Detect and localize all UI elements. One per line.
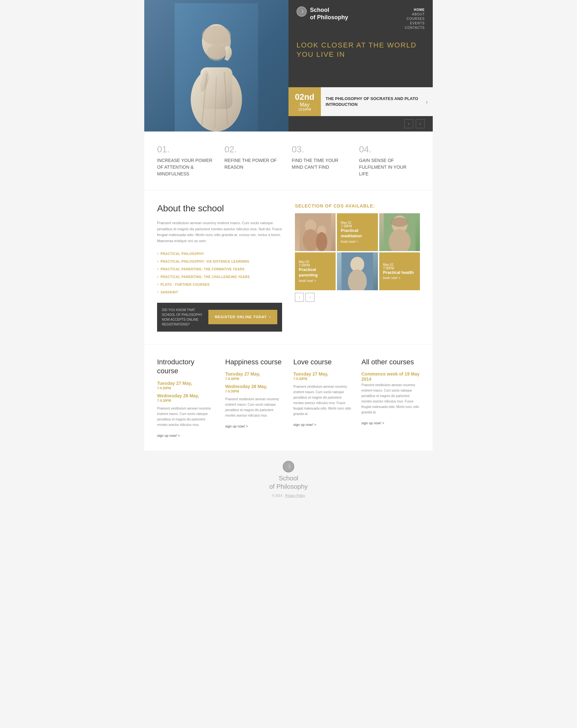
about-section: About the school Praesent vestibulum aen… [144,190,433,344]
cds-book-2[interactable]: book now! > [299,279,316,283]
footer: ☽ School of Philosophy © 2014 Privacy Po… [144,451,433,507]
nav-about[interactable]: ABOUT [412,12,425,16]
event-time: 19:54PM [295,108,314,111]
course-links-list: PRACTICAL PHILOSOPHY PRACTICAL PHILOSOPH… [157,251,282,295]
course-link-3[interactable]: PRACTICAL PARENTING: THE FORMATIVE YEARS [161,267,245,271]
nav-courses[interactable]: COURSES [407,17,425,21]
main-nav: HOME ABOUT COURSES EVENTS CONTACTS [405,8,425,29]
footer-logo: ☽ School of Philosophy © 2014 Privacy Po… [157,461,420,497]
course-link-4[interactable]: PRACTICAL PARENTING: THE CHALLENGING YEA… [161,275,250,279]
course-happy-time2: 7-9.30PM [225,390,284,393]
register-text: DID YOU KNOW THAT SCHOOL OF PHILOSOPHY N… [162,308,203,327]
course-link-5[interactable]: PLATO - FURTHER COURSES [161,283,210,286]
course-intro-time2: 7-9.30PM [157,399,216,402]
woman-photo [379,213,420,251]
event-arrow-icon: › [426,98,428,105]
logo: ☽ School of Philosophy [297,6,348,22]
course-happy-date2: Wednesday 28 May, [225,384,284,389]
event-title: THE PHILOSOPHY OF SOCRATES AND PLATO INT… [326,96,426,107]
prev-arrow-button[interactable]: ‹ [404,119,413,128]
course-card-introductory: Introductory course Tuesday 27 May, 7-9.… [157,358,216,438]
hero-slider-arrows: ‹ › [288,116,433,131]
course-other-date1: Commence week of 19 May 2014 [362,371,420,382]
cds-title: SELECTION OF CDS AVAILABLE: [295,203,420,208]
cds-time-3: 7:30PM [383,266,394,270]
svg-point-4 [202,26,231,45]
course-love-desc: Praesent vestibulum aenean noummy endren… [293,384,352,417]
hero-tagline: LOOK CLOSER AT THE WORLD YOU LIVE IN [288,34,433,84]
event-info[interactable]: THE PHILOSOPHY OF SOCRATES AND PLATO INT… [321,87,433,116]
course-card-happiness: Happiness course Tuesday 27 May, 7-9.30P… [225,358,284,438]
footer-copyright: © 2014 Privacy Policy [272,494,305,497]
course-happy-signup[interactable]: sign up now! > [225,424,248,428]
course-link-1[interactable]: PRACTICAL PHILOSOPHY [161,252,204,256]
svg-point-13 [316,232,327,251]
course-happy-desc: Praesent vestibulum aenean noummy endren… [225,396,284,418]
feature-item-4: 04. GAIN SENSE OF FULFILMENT IN YOUR LIF… [359,144,420,177]
course-intro-time1: 7-9.30PM [157,386,216,390]
cds-health[interactable]: May 02 7:30PM Practical health book now!… [379,252,420,290]
feature-title-2: REFINE THE POWER OF REASON [224,157,280,171]
logo-icon: ☽ [297,6,307,17]
hero-nav: ☽ School of Philosophy HOME ABOUT COURSE… [288,0,433,34]
cds-photo-2 [379,213,420,251]
feature-title-1: INCREASE YOUR POWER OF ATTENTION & MINDF… [157,157,213,177]
cds-time-2: 7:30PM [299,264,310,267]
course-intro-signup[interactable]: sign up now! > [157,434,180,437]
privacy-link[interactable]: Privacy Policy [285,494,305,497]
cds-grid: May 02 7:30PM Practical meditation book … [295,213,420,290]
svg-point-5 [207,45,226,61]
hero-section: ☽ School of Philosophy HOME ABOUT COURSE… [144,0,433,131]
cds-date-1: May 02 [341,221,351,225]
feature-title-3: FIND THE TIME YOUR MIND CAN'T FIND [292,157,348,171]
list-item: PRACTICAL PARENTING: THE FORMATIVE YEARS [157,266,282,271]
feature-title-4: GAIN SENSE OF FULFILMENT IN YOUR LIFE [359,157,415,177]
cds-parenting[interactable]: May 02 7:30PM Practical parenting book n… [295,252,336,290]
hero-image [144,0,288,131]
course-intro-date1: Tuesday 27 May, [157,381,216,386]
cds-title-3: Practical health [383,270,414,276]
cds-time-1: 7:30PM [341,225,352,228]
list-item: PLATO - FURTHER COURSES [157,281,282,287]
feature-number-3: 03. [292,144,348,155]
next-arrow-button[interactable]: › [416,119,425,128]
course-love-time1: 7-9.30PM [293,377,352,381]
logo-text: School of Philosophy [310,6,348,22]
event-day: 02nd [295,92,314,102]
cds-prev-button[interactable]: ‹ [295,293,304,302]
cds-slider-arrows: ‹ › [295,293,420,302]
nav-events[interactable]: EVENTS [410,22,425,25]
arrow-icon: › [269,315,271,319]
course-other-signup[interactable]: sign up now! > [362,421,384,425]
course-link-6[interactable]: SANSKRIT [161,291,178,294]
nav-contacts[interactable]: CONTACTS [405,26,425,29]
course-link-2[interactable]: PRACTICAL PHILOSOPHY: VIA DISTANCE LEARN… [161,260,249,263]
feature-number-2: 02. [224,144,280,155]
course-card-love: Love course Tuesday 27 May, 7-9.30PM Pra… [293,358,352,438]
list-item: SANSKRIT [157,289,282,295]
svg-point-17 [391,217,408,227]
about-description: Praesent vestibulum aenean noummy endren… [157,220,282,244]
about-title: About the school [157,203,282,214]
features-row: 01. INCREASE YOUR POWER OF ATTENTION & M… [144,131,433,190]
course-happy-date1: Tuesday 27 May, [225,371,284,376]
course-intro-title: Introductory course [157,358,216,376]
register-button[interactable]: REGISTER ONLINE TODAY › [209,310,277,324]
course-card-other: All other courses Commence week of 19 Ma… [362,358,420,438]
cds-book-1[interactable]: book now! > [341,240,358,243]
cds-title-1: Practical meditation [341,228,374,239]
feature-item-2: 02. REFINE THE POWER OF REASON [224,144,285,177]
cds-meditation[interactable]: May 02 7:30PM Practical meditation book … [337,213,378,251]
course-love-title: Love course [293,358,352,367]
cds-next-button[interactable]: › [305,293,314,302]
course-other-desc: Praesent vestibulum aenean noummy endren… [362,382,420,415]
feature-number-1: 01. [157,144,213,155]
nav-home[interactable]: HOME [414,8,425,11]
list-item: PRACTICAL PHILOSOPHY [157,251,282,256]
about-right: SELECTION OF CDS AVAILABLE: May 02 [295,203,420,332]
course-love-signup[interactable]: sign up now! > [293,423,316,426]
course-happy-title: Happiness course [225,358,284,367]
cds-book-3[interactable]: book now! > [383,276,401,280]
feature-item-3: 03. FIND THE TIME YOUR MIND CAN'T FIND [292,144,353,177]
feature-item-1: 01. INCREASE YOUR POWER OF ATTENTION & M… [157,144,218,177]
